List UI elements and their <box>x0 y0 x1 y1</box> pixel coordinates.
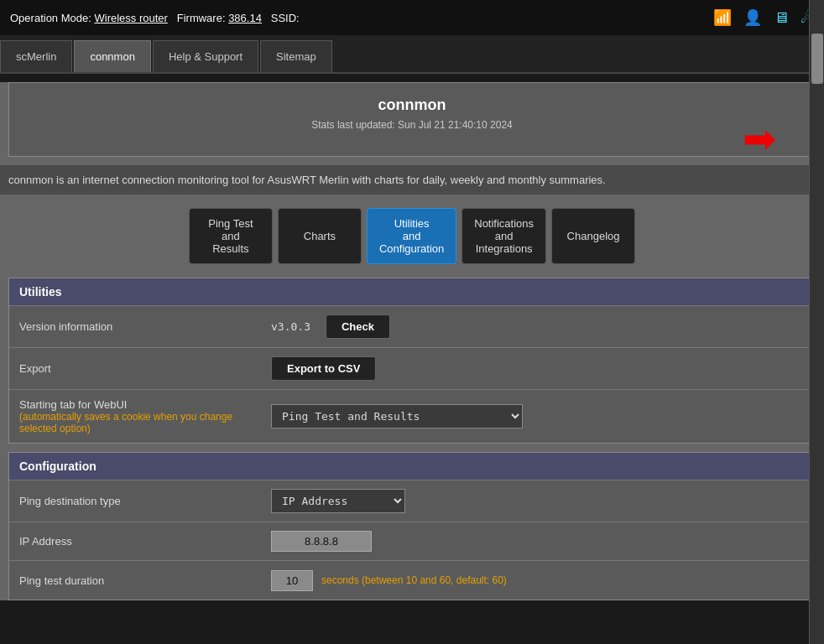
starting-tab-row: Starting tab for WebUI (automatically sa… <box>9 390 815 443</box>
scrollbar-thumb[interactable] <box>811 34 823 84</box>
export-label: Export <box>19 362 271 375</box>
starting-tab-value: Ping Test and Results Charts Utilities a… <box>271 404 805 428</box>
version-label: Version information <box>19 320 271 333</box>
check-button[interactable]: Check <box>326 314 390 339</box>
utilities-section: Utilities Version information v3.0.3 Che… <box>8 278 816 444</box>
nav-tabs: scMerlin connmon Help & Support Sitemap <box>0 35 824 74</box>
ip-address-label: IP Address <box>19 535 271 548</box>
firmware-link[interactable]: 386.14 <box>228 12 262 24</box>
ping-dest-type-row: Ping destination type IP Address Domain … <box>9 480 815 522</box>
btn-changelog[interactable]: Changelog <box>551 208 635 264</box>
configuration-header: Configuration <box>9 453 815 480</box>
ping-duration-value: seconds (between 10 and 60, default: 60) <box>271 570 805 591</box>
connmon-description: connmon is an internet connection monito… <box>0 165 824 195</box>
version-value: v3.0.3 Check <box>271 314 805 339</box>
tab-sitemap[interactable]: Sitemap <box>260 40 332 72</box>
ping-dest-type-value: IP Address Domain Name <box>271 489 805 513</box>
ping-dest-type-select[interactable]: IP Address Domain Name <box>271 489 405 513</box>
btn-notifications[interactable]: NotificationsandIntegrations <box>462 208 546 264</box>
operation-mode-label: Operation Mode: <box>10 12 91 24</box>
topbar-icons: 📶 👤 🖥 ☄ <box>713 8 814 27</box>
operation-mode-link[interactable]: Wireless router <box>94 12 167 24</box>
version-number: v3.0.3 <box>271 320 310 333</box>
firmware-label: Firmware: <box>177 12 226 24</box>
operation-mode-info: Operation Mode: Wireless router Firmware… <box>10 12 300 24</box>
btn-ping-test[interactable]: Ping TestandResults <box>189 208 273 264</box>
export-value: Export to CSV <box>271 356 805 381</box>
configuration-section: Configuration Ping destination type IP A… <box>8 452 816 600</box>
section-buttons: Ping TestandResults Charts UtilitiesandC… <box>0 208 824 264</box>
connmon-header-box: connmon Stats last updated: Sun Jul 21 2… <box>8 82 816 157</box>
export-csv-button[interactable]: Export to CSV <box>271 356 376 381</box>
ping-duration-row: Ping test duration seconds (between 10 a… <box>9 561 815 600</box>
connmon-title: connmon <box>23 96 801 114</box>
ip-address-value <box>271 531 805 552</box>
red-arrow-icon: ➡ <box>743 119 776 159</box>
utilities-header: Utilities <box>9 278 815 306</box>
ping-duration-label: Ping test duration <box>19 574 271 587</box>
stats-last-updated: Stats last updated: Sun Jul 21 21:40:10 … <box>23 119 801 131</box>
topbar: Operation Mode: Wireless router Firmware… <box>0 0 824 35</box>
ssid-label: SSID: <box>271 12 300 24</box>
starting-tab-select[interactable]: Ping Test and Results Charts Utilities a… <box>271 404 523 428</box>
btn-utilities[interactable]: UtilitiesandConfiguration <box>367 208 456 264</box>
export-row: Export Export to CSV <box>9 348 815 390</box>
scrollbar[interactable] <box>809 0 824 644</box>
version-row: Version information v3.0.3 Check <box>9 306 815 348</box>
ping-duration-input[interactable] <box>271 570 313 591</box>
ip-address-input[interactable] <box>271 531 372 552</box>
monitor-icon[interactable]: 🖥 <box>774 9 789 27</box>
tab-scmerlin[interactable]: scMerlin <box>0 40 72 72</box>
user-icon[interactable]: 👤 <box>743 8 762 27</box>
tab-help[interactable]: Help & Support <box>153 40 258 72</box>
main-content: connmon Stats last updated: Sun Jul 21 2… <box>0 82 824 600</box>
starting-tab-label: Starting tab for WebUI (automatically sa… <box>19 398 271 434</box>
btn-charts[interactable]: Charts <box>278 208 362 264</box>
ping-duration-hint: seconds (between 10 and 60, default: 60) <box>321 574 507 586</box>
tab-connmon[interactable]: connmon <box>74 40 150 72</box>
ip-address-row: IP Address <box>9 522 815 561</box>
ping-dest-type-label: Ping destination type <box>19 495 271 507</box>
wifi-icon[interactable]: 📶 <box>713 8 732 27</box>
